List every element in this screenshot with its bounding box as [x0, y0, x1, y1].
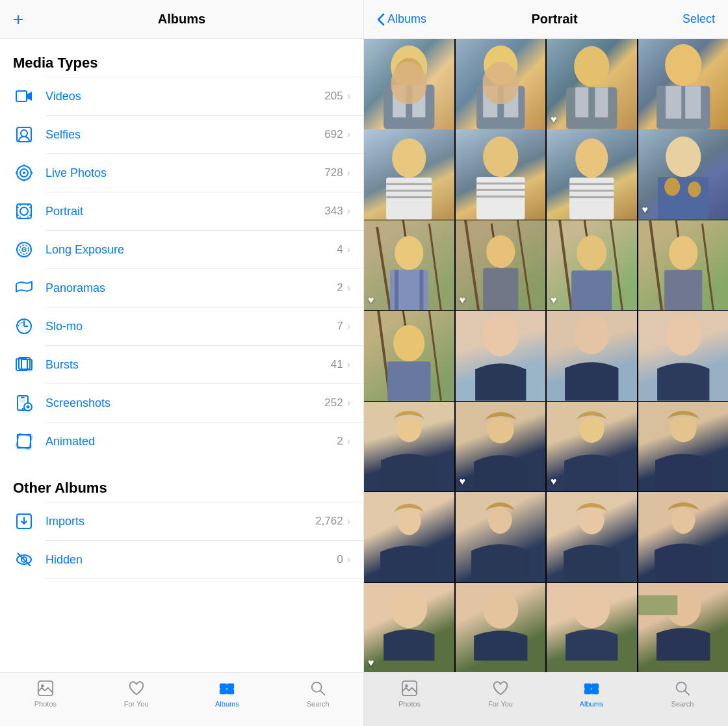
imports-label: Imports [46, 515, 315, 528]
list-item-long-exposure[interactable]: Long Exposure 4 › [0, 231, 363, 268]
tab-for-you-right[interactable]: For You [474, 679, 526, 708]
photo-cell[interactable] [456, 583, 546, 672]
photo-cell[interactable] [547, 129, 637, 220]
photo-cell[interactable] [638, 402, 729, 492]
favorite-icon: ♥ [551, 476, 557, 487]
albums-tab-label-left: Albums [215, 700, 239, 708]
tab-photos-left[interactable]: Photos [20, 679, 72, 708]
photo-cell[interactable] [364, 492, 454, 582]
list-item-live-photos[interactable]: Live Photos 728 › [0, 154, 363, 192]
chevron-icon: › [347, 167, 350, 179]
photo-cell[interactable]: ♥ [547, 220, 637, 311]
photo-cell[interactable] [364, 402, 454, 492]
photo-cell[interactable] [364, 311, 454, 401]
list-item-bursts[interactable]: Bursts 41 › [0, 346, 363, 383]
left-tab-bar: Photos For You Albums [0, 672, 363, 726]
tab-search-left[interactable]: Search [292, 679, 344, 708]
svg-line-42 [320, 691, 325, 695]
photo-cell[interactable] [364, 129, 454, 220]
svg-rect-23 [21, 397, 25, 398]
list-item-videos[interactable]: Videos 205 › [0, 77, 363, 115]
photo-cell[interactable] [638, 583, 729, 672]
svg-rect-53 [566, 87, 617, 129]
photo-cell[interactable]: ♥ [364, 220, 454, 311]
tab-albums-left[interactable]: Albums [201, 679, 253, 708]
chevron-icon: › [347, 397, 350, 409]
svg-line-105 [429, 311, 441, 401]
panoramas-label: Panoramas [46, 281, 337, 295]
svg-rect-25 [20, 402, 25, 402]
photo-cell[interactable] [456, 129, 546, 220]
list-item-imports[interactable]: Imports 2,762 › [0, 502, 363, 540]
photo-cell[interactable]: ♥ [456, 220, 546, 311]
svg-point-48 [484, 45, 517, 84]
list-item-panoramas[interactable]: Panoramas 2 › [0, 269, 363, 307]
photo-cell[interactable]: ♥ [547, 39, 637, 129]
photo-cell[interactable] [456, 39, 546, 129]
albums-tab-icon [218, 679, 236, 697]
favorite-icon: ♥ [368, 294, 374, 306]
svg-point-106 [393, 325, 424, 361]
svg-point-56 [665, 44, 701, 86]
list-item-portrait[interactable]: Portrait 343 › [0, 192, 363, 230]
photo-cell[interactable] [638, 311, 729, 401]
photo-cell[interactable]: ♥ [364, 583, 454, 672]
animated-count: 2 [337, 435, 343, 448]
svg-point-43 [391, 45, 427, 87]
chevron-icon: › [347, 435, 350, 447]
svg-rect-92 [483, 268, 518, 310]
tab-for-you-left[interactable]: For You [110, 679, 162, 708]
photo-cell[interactable] [638, 220, 729, 311]
live-photo-icon [13, 162, 35, 184]
chevron-icon: › [347, 320, 350, 332]
left-panel: + Albums Media Types Videos 205 › [0, 0, 364, 726]
left-header: + Albums [0, 0, 363, 39]
tab-search-right[interactable]: Search [656, 679, 708, 708]
videos-label: Videos [46, 90, 324, 103]
select-button[interactable]: Select [682, 12, 715, 26]
photo-cell[interactable] [547, 583, 637, 672]
svg-point-44 [395, 58, 423, 92]
selfies-count: 692 [324, 128, 343, 141]
svg-point-78 [688, 182, 701, 198]
favorite-icon: ♥ [368, 657, 374, 669]
list-item-animated[interactable]: Animated 2 › [0, 422, 363, 460]
list-item-screenshots[interactable]: Screenshots 252 › [0, 384, 363, 422]
back-button[interactable]: Albums [377, 12, 426, 26]
svg-rect-107 [387, 362, 430, 401]
photo-cell[interactable] [638, 39, 729, 129]
chevron-icon: › [347, 282, 350, 294]
photo-cell[interactable] [456, 492, 546, 582]
list-item-selfies[interactable]: Selfies 692 › [0, 116, 363, 153]
photo-cell[interactable] [547, 492, 637, 582]
photo-cell[interactable]: ♥ [547, 402, 637, 492]
photo-cell[interactable] [364, 39, 454, 129]
tab-photos-right[interactable]: Photos [384, 679, 436, 708]
list-item-slo-mo[interactable]: Slo-mo 7 › [0, 307, 363, 345]
photo-cell[interactable] [456, 311, 546, 401]
svg-rect-45 [384, 84, 434, 129]
svg-point-27 [27, 406, 30, 409]
photo-cell[interactable] [638, 492, 729, 582]
svg-rect-24 [20, 400, 26, 400]
add-button[interactable]: + [13, 9, 23, 30]
hidden-icon [13, 549, 35, 571]
svg-point-5 [23, 172, 25, 174]
selfies-label: Selfies [46, 128, 324, 142]
photos-tab-icon-right [400, 679, 419, 697]
svg-rect-58 [666, 86, 681, 118]
albums-tab-icon-right [582, 679, 601, 697]
list-item-hidden[interactable]: Hidden 0 › [0, 541, 363, 578]
animated-icon [13, 430, 35, 452]
tab-albums-right[interactable]: Albums [566, 679, 618, 708]
photo-cell[interactable]: ♥ [638, 129, 729, 220]
photo-cell[interactable]: ♥ [456, 402, 546, 492]
photo-cell[interactable] [547, 311, 637, 401]
hidden-count: 0 [337, 553, 343, 566]
svg-rect-118 [584, 684, 592, 689]
svg-rect-38 [227, 684, 234, 689]
svg-rect-55 [595, 87, 608, 117]
slo-mo-icon [13, 315, 35, 337]
panoramas-count: 2 [337, 281, 343, 294]
svg-point-52 [574, 46, 609, 86]
